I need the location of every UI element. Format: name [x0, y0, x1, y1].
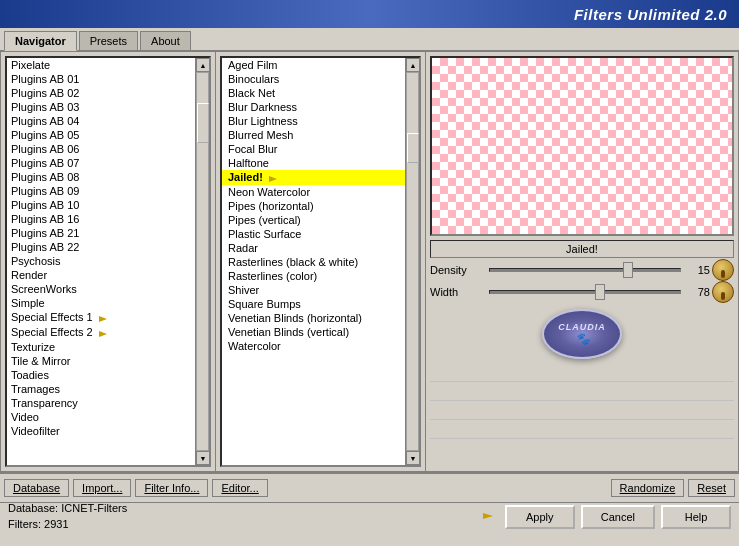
bottom-toolbar: Database Import... Filter Info... Editor…: [0, 472, 739, 502]
list-item[interactable]: Plugins AB 02: [7, 86, 195, 100]
filter-item[interactable]: Shiver: [222, 283, 405, 297]
filters-value: 2931: [44, 518, 68, 530]
filter-scroll-up-btn[interactable]: ▲: [406, 58, 420, 72]
list-item[interactable]: ScreenWorks: [7, 282, 195, 296]
list-item[interactable]: Texturize: [7, 340, 195, 354]
arrow-icon-jailed: [269, 172, 279, 184]
left-panel: Pixelate Plugins AB 01 Plugins AB 02 Plu…: [1, 52, 216, 471]
filter-list-container: Aged Film Binoculars Black Net Blur Dark…: [220, 56, 421, 467]
list-item[interactable]: Plugins AB 22: [7, 240, 195, 254]
reset-button[interactable]: Reset: [688, 479, 735, 497]
filter-item[interactable]: Blur Lightness: [222, 114, 405, 128]
width-slider-thumb[interactable]: [595, 284, 605, 300]
filter-item[interactable]: Radar: [222, 241, 405, 255]
filter-item[interactable]: Binoculars: [222, 72, 405, 86]
width-label: Width: [430, 286, 485, 298]
list-item[interactable]: Transparency: [7, 396, 195, 410]
cancel-button[interactable]: Cancel: [581, 505, 655, 529]
list-item[interactable]: Plugins AB 09: [7, 184, 195, 198]
preview-container: [430, 56, 734, 236]
tab-presets[interactable]: Presets: [79, 31, 138, 50]
list-item[interactable]: Plugins AB 21: [7, 226, 195, 240]
filter-item[interactable]: Rasterlines (color): [222, 269, 405, 283]
editor-button[interactable]: Editor...: [212, 479, 267, 497]
filter-item[interactable]: Plastic Surface: [222, 227, 405, 241]
filter-item[interactable]: Halftone: [222, 156, 405, 170]
list-item[interactable]: Pixelate: [7, 58, 195, 72]
list-item[interactable]: Plugins AB 08: [7, 170, 195, 184]
list-item[interactable]: Video: [7, 410, 195, 424]
filter-item[interactable]: Aged Film: [222, 58, 405, 72]
density-slider-thumb[interactable]: [623, 262, 633, 278]
navigator-list-scroll[interactable]: Pixelate Plugins AB 01 Plugins AB 02 Plu…: [7, 58, 195, 465]
filter-item[interactable]: Rasterlines (black & white): [222, 255, 405, 269]
list-item-special-effects-2[interactable]: Special Effects 2: [7, 325, 195, 340]
list-item[interactable]: Plugins AB 07: [7, 156, 195, 170]
list-item-special-effects-1[interactable]: Special Effects 1: [7, 310, 195, 325]
list-item[interactable]: Simple: [7, 296, 195, 310]
list-item[interactable]: Render: [7, 268, 195, 282]
database-button[interactable]: Database: [4, 479, 69, 497]
filter-item[interactable]: Pipes (horizontal): [222, 199, 405, 213]
svg-marker-3: [483, 513, 493, 519]
list-item[interactable]: Tile & Mirror: [7, 354, 195, 368]
width-knob[interactable]: [712, 281, 734, 303]
filter-item[interactable]: Neon Watercolor: [222, 185, 405, 199]
list-item[interactable]: Plugins AB 10: [7, 198, 195, 212]
tab-about[interactable]: About: [140, 31, 191, 50]
watermark-text: CLAUDIA: [558, 322, 606, 332]
randomize-button[interactable]: Randomize: [611, 479, 685, 497]
title-bar: Filters Unlimited 2.0: [0, 0, 739, 28]
density-slider-track[interactable]: [489, 268, 681, 272]
list-item[interactable]: Plugins AB 01: [7, 72, 195, 86]
app-title: Filters Unlimited 2.0: [574, 6, 727, 23]
watermark-area: CLAUDIA 🐾: [430, 304, 734, 364]
preview-checkered: [432, 58, 732, 234]
list-item[interactable]: Plugins AB 16: [7, 212, 195, 226]
list-item[interactable]: Toadies: [7, 368, 195, 382]
filter-item[interactable]: Blurred Mesh: [222, 128, 405, 142]
list-item[interactable]: Plugins AB 03: [7, 100, 195, 114]
arrow-icon-1: [99, 312, 109, 324]
apply-arrow-icon: [483, 509, 497, 525]
svg-marker-1: [99, 331, 107, 337]
width-slider-track[interactable]: [489, 290, 681, 294]
scroll-down-btn[interactable]: ▼: [196, 451, 210, 465]
import-button[interactable]: Import...: [73, 479, 131, 497]
width-slider-row: Width 78: [430, 282, 734, 302]
help-button[interactable]: Help: [661, 505, 731, 529]
scroll-up-btn[interactable]: ▲: [196, 58, 210, 72]
density-value: 15: [685, 264, 710, 276]
filter-list-scroll[interactable]: Aged Film Binoculars Black Net Blur Dark…: [222, 58, 405, 465]
list-item[interactable]: Plugins AB 06: [7, 142, 195, 156]
tab-navigator[interactable]: Navigator: [4, 31, 77, 51]
filter-info-button[interactable]: Filter Info...: [135, 479, 208, 497]
list-item[interactable]: Psychosis: [7, 254, 195, 268]
main-content: Pixelate Plugins AB 01 Plugins AB 02 Plu…: [0, 52, 739, 472]
filter-scroll-down-btn[interactable]: ▼: [406, 451, 420, 465]
middle-panel: Aged Film Binoculars Black Net Blur Dark…: [216, 52, 426, 471]
apply-button[interactable]: Apply: [505, 505, 575, 529]
filter-item-jailed[interactable]: Jailed!: [222, 170, 405, 185]
list-item[interactable]: Videofilter: [7, 424, 195, 438]
density-knob[interactable]: [712, 259, 734, 281]
filter-item[interactable]: Venetian Blinds (horizontal): [222, 311, 405, 325]
filter-item[interactable]: Square Bumps: [222, 297, 405, 311]
arrow-icon-2: [99, 327, 109, 339]
navigator-list-container: Pixelate Plugins AB 01 Plugins AB 02 Plu…: [5, 56, 211, 467]
svg-marker-2: [269, 176, 277, 182]
list-item[interactable]: Plugins AB 04: [7, 114, 195, 128]
filter-item[interactable]: Black Net: [222, 86, 405, 100]
filter-item[interactable]: Blur Darkness: [222, 100, 405, 114]
filter-item[interactable]: Venetian Blinds (vertical): [222, 325, 405, 339]
svg-marker-0: [99, 316, 107, 322]
filter-item[interactable]: Watercolor: [222, 339, 405, 353]
active-filter-name: Jailed!: [566, 243, 598, 255]
list-item[interactable]: Plugins AB 05: [7, 128, 195, 142]
extra-row-3: [430, 402, 734, 420]
filter-item[interactable]: Pipes (vertical): [222, 213, 405, 227]
extra-row-1: [430, 364, 734, 382]
extra-row-4: [430, 421, 734, 439]
filter-item[interactable]: Focal Blur: [222, 142, 405, 156]
list-item[interactable]: Tramages: [7, 382, 195, 396]
